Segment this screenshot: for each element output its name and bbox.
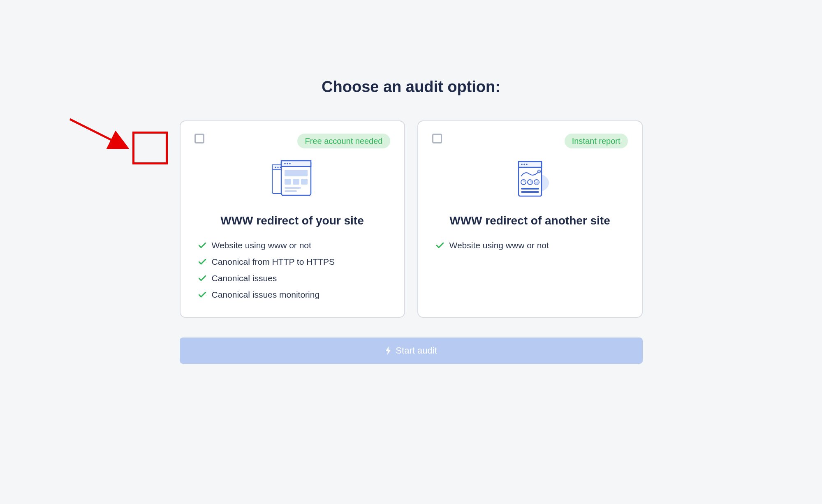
card-title-your-site: WWW redirect of your site — [195, 214, 390, 227]
feature-item: Website using www or not — [199, 237, 390, 254]
feature-text: Canonical from HTTP to HTTPS — [212, 254, 335, 270]
svg-point-4 — [277, 166, 278, 168]
feature-item: Canonical issues — [199, 270, 390, 287]
svg-point-21 — [523, 164, 525, 165]
check-icon — [199, 292, 206, 298]
check-icon — [199, 259, 206, 265]
svg-rect-16 — [285, 190, 297, 192]
feature-list-your-site: Website using www or not Canonical from … — [195, 237, 390, 303]
svg-point-22 — [526, 164, 528, 165]
audit-option-another-site[interactable]: Instant report — [417, 120, 643, 318]
check-icon — [199, 243, 206, 248]
feature-text: Canonical issues monitoring — [212, 287, 320, 303]
svg-point-8 — [284, 163, 286, 164]
page-heading: Choose an audit option: — [322, 78, 500, 96]
browser-windows-icon — [195, 155, 390, 204]
start-audit-button[interactable]: Start audit — [180, 338, 643, 364]
svg-rect-13 — [293, 179, 299, 185]
audit-option-your-site[interactable]: Free account needed — [180, 120, 405, 318]
svg-point-9 — [287, 163, 288, 164]
svg-rect-11 — [285, 170, 308, 176]
svg-rect-15 — [285, 187, 301, 189]
check-icon — [436, 243, 444, 248]
cards-row: Free account needed — [180, 120, 643, 318]
check-icon — [199, 275, 206, 281]
badge-instant-report: Instant report — [565, 134, 628, 148]
svg-point-10 — [289, 163, 291, 164]
checkbox-your-site[interactable] — [195, 134, 204, 143]
feature-item: Canonical issues monitoring — [199, 287, 390, 303]
start-audit-label: Start audit — [396, 345, 437, 356]
svg-point-20 — [521, 164, 523, 165]
svg-rect-12 — [285, 179, 291, 185]
svg-rect-27 — [521, 188, 539, 190]
checkbox-another-site[interactable] — [432, 134, 442, 143]
svg-point-3 — [275, 166, 276, 168]
badge-free-account: Free account needed — [297, 134, 390, 148]
feature-item: Website using www or not — [436, 237, 628, 254]
svg-rect-14 — [301, 179, 308, 185]
svg-point-23 — [537, 170, 540, 173]
feature-item: Canonical from HTTP to HTTPS — [199, 254, 390, 270]
feature-text: Website using www or not — [212, 237, 311, 254]
feature-list-another-site: Website using www or not — [432, 237, 628, 254]
svg-rect-28 — [521, 191, 539, 193]
report-page-icon — [432, 155, 628, 204]
card-title-another-site: WWW redirect of another site — [432, 214, 628, 227]
lightning-icon — [385, 347, 391, 355]
feature-text: Canonical issues — [212, 270, 277, 287]
feature-text: Website using www or not — [449, 237, 549, 254]
